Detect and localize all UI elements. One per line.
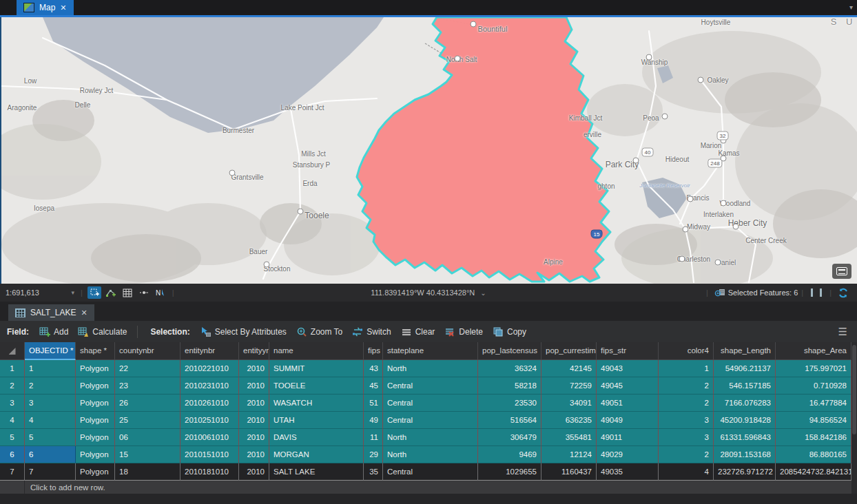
table-cell[interactable]: 26 (115, 395, 180, 412)
table-cell[interactable]: 6 (25, 446, 76, 463)
table-cell[interactable]: 2010221010 (180, 360, 239, 377)
table-cell[interactable]: 2 (659, 446, 714, 463)
table-cell[interactable]: 49035 (597, 463, 659, 481)
table-cell[interactable]: 1160437 (541, 463, 597, 481)
coordinate-readout[interactable]: 111.8391419°W 40.4313428°N ⌄ (371, 288, 486, 297)
scrollbar-thumb[interactable] (852, 345, 856, 434)
table-cell[interactable]: Polygon (76, 377, 115, 395)
table-cell[interactable]: WASATCH (269, 395, 364, 412)
table-cell[interactable]: 18 (115, 463, 180, 481)
table-cell[interactable]: 15 (115, 446, 180, 463)
table-cell[interactable]: SUMMIT (269, 360, 364, 377)
table-cell[interactable]: 45 (364, 377, 383, 395)
column-header-shape[interactable]: shape * (76, 342, 115, 360)
table-cell[interactable]: 1029655 (478, 463, 541, 481)
table-cell[interactable]: 306479 (478, 429, 541, 446)
table-cell[interactable]: 3 (25, 395, 76, 412)
table-cell[interactable]: 51 (364, 395, 383, 412)
column-header-shape-area[interactable]: shape_Area (776, 342, 851, 360)
add-field-button[interactable]: Add (39, 326, 68, 337)
row-number-cell[interactable]: 1 (0, 360, 25, 377)
table-cell[interactable]: 9469 (478, 446, 541, 463)
table-cell[interactable]: 2 (25, 377, 76, 395)
table-cell[interactable]: 5 (25, 429, 76, 446)
table-cell[interactable]: 546.157185 (714, 377, 776, 395)
table-cell[interactable]: 61331.596843 (714, 429, 776, 446)
table-cell[interactable]: Polygon (76, 446, 115, 463)
table-cell[interactable]: Polygon (76, 412, 115, 429)
table-cell[interactable]: 49051 (597, 395, 659, 412)
table-cell[interactable]: 2010 (239, 463, 269, 481)
table-cell[interactable]: 2 (659, 377, 714, 395)
table-cell[interactable]: 22 (115, 360, 180, 377)
table-cell[interactable]: 49043 (597, 360, 659, 377)
switch-button[interactable]: Switch (352, 326, 391, 337)
zoom-to-button[interactable]: Zoom To (296, 326, 342, 337)
table-cell[interactable]: 2010261010 (180, 395, 239, 412)
table-cell[interactable]: 7166.076283 (714, 395, 776, 412)
add-new-row[interactable]: Click to add new row. (0, 481, 857, 494)
table-cell[interactable]: TOOELE (269, 377, 364, 395)
column-header-pop-currestimate[interactable]: pop_currestimate (541, 342, 597, 360)
table-cell[interactable]: 3 (659, 429, 714, 446)
table-cell[interactable]: 54906.21137 (714, 360, 776, 377)
edit-vertices-icon[interactable] (104, 286, 118, 299)
table-cell[interactable]: 158.842186 (776, 429, 851, 446)
table-cell[interactable]: 45200.918428 (714, 412, 776, 429)
map-canvas[interactable]: LowRowley JctDelleAragoniteIosepaBurmest… (0, 17, 857, 284)
table-cell[interactable]: 94.856524 (776, 412, 851, 429)
table-cell[interactable]: 2010 (239, 412, 269, 429)
menu-icon[interactable]: ☰ (838, 326, 847, 338)
table-cell[interactable]: 2010061010 (180, 429, 239, 446)
table-cell[interactable]: Central (383, 412, 478, 429)
table-cell[interactable]: Central (383, 395, 478, 412)
table-cell[interactable]: 2010251010 (180, 412, 239, 429)
column-header-row-selector[interactable] (0, 342, 25, 360)
table-cell[interactable]: DAVIS (269, 429, 364, 446)
table-cell[interactable]: MORGAN (269, 446, 364, 463)
table-cell[interactable]: 86.880165 (776, 446, 851, 463)
table-cell[interactable]: 72259 (541, 377, 597, 395)
table-cell[interactable]: North (383, 446, 478, 463)
table-cell[interactable]: 636235 (541, 412, 597, 429)
column-header-entitynbr[interactable]: entitynbr (180, 342, 239, 360)
table-cell[interactable]: 4 (25, 412, 76, 429)
table-cell[interactable]: 2010 (239, 377, 269, 395)
tab-salt-lake[interactable]: SALT_LAKE ✕ (8, 304, 94, 321)
table-cell[interactable]: Polygon (76, 395, 115, 412)
table-cell[interactable]: SALT LAKE (269, 463, 364, 481)
table-cell[interactable]: Central (383, 377, 478, 395)
selected-county-polygon[interactable] (357, 17, 610, 282)
delete-button[interactable]: Delete (444, 326, 483, 337)
horizontal-scrollbar-track[interactable] (0, 494, 857, 504)
table-cell[interactable]: 2010231010 (180, 377, 239, 395)
snapping-icon[interactable] (137, 286, 151, 299)
table-cell[interactable]: 42145 (541, 360, 597, 377)
table-cell[interactable]: 23 (115, 377, 180, 395)
column-header-countynbr[interactable]: countynbr (115, 342, 180, 360)
column-header-color4[interactable]: color4 (659, 342, 714, 360)
select-by-attributes-button[interactable]: Select By Attributes (200, 326, 287, 337)
table-cell[interactable]: 06 (115, 429, 180, 446)
table-cell[interactable]: Polygon (76, 360, 115, 377)
table-cell[interactable]: 2 (659, 395, 714, 412)
column-header-fips[interactable]: fips (364, 342, 383, 360)
map-navigator-icon[interactable] (832, 264, 851, 279)
tab-map[interactable]: Map ✕ (17, 0, 74, 15)
table-cell[interactable]: 12124 (541, 446, 597, 463)
column-header-objectid[interactable]: OBJECTID * (25, 342, 76, 360)
table-cell[interactable]: 28091.153168 (714, 446, 776, 463)
table-cell[interactable]: 2010 (239, 429, 269, 446)
scale-dropdown[interactable]: 1:691,613 ▾ (6, 288, 77, 297)
table-cell[interactable]: 2085424732.842131 (776, 463, 851, 481)
close-icon[interactable]: ✕ (81, 309, 87, 317)
table-cell[interactable]: 2010151010 (180, 446, 239, 463)
table-cell[interactable]: 3 (659, 412, 714, 429)
column-header-fips-str[interactable]: fips_str (597, 342, 659, 360)
table-cell[interactable]: North (383, 360, 478, 377)
row-number-cell[interactable]: 2 (0, 377, 25, 395)
calculate-field-button[interactable]: Calculate (78, 326, 127, 337)
attribute-table-icon[interactable] (121, 286, 134, 299)
row-number-cell[interactable]: 4 (0, 412, 25, 429)
table-cell[interactable]: 23530 (478, 395, 541, 412)
